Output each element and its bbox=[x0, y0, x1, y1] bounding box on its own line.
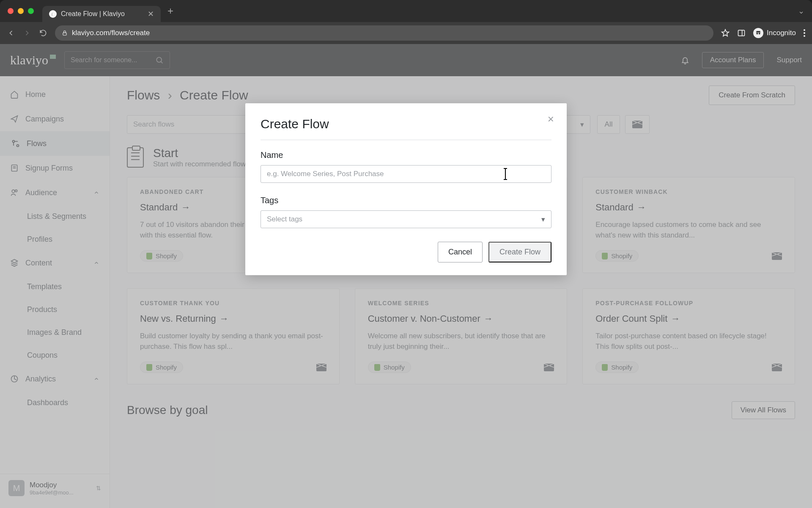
back-icon[interactable] bbox=[7, 29, 15, 37]
svg-point-4 bbox=[759, 33, 760, 34]
star-icon[interactable] bbox=[721, 29, 730, 37]
cancel-button[interactable]: Cancel bbox=[438, 242, 483, 262]
app-root: klaviyo Search for someone... Account Pl… bbox=[0, 44, 812, 508]
close-window-icon[interactable] bbox=[8, 8, 14, 14]
divider bbox=[261, 140, 551, 140]
flow-name-input[interactable] bbox=[261, 165, 551, 183]
create-flow-button[interactable]: Create Flow bbox=[488, 242, 551, 262]
address-bar: klaviyo.com/flows/create Incognito bbox=[0, 22, 812, 44]
panel-icon[interactable] bbox=[737, 29, 746, 37]
incognito-badge[interactable]: Incognito bbox=[753, 28, 796, 38]
tab-favicon-icon: ◐ bbox=[49, 10, 57, 18]
svg-point-3 bbox=[756, 33, 758, 34]
forward-icon[interactable] bbox=[23, 29, 31, 37]
traffic-lights bbox=[8, 8, 34, 14]
modal-title: Create Flow bbox=[261, 117, 551, 131]
maximize-window-icon[interactable] bbox=[28, 8, 34, 14]
reload-icon[interactable] bbox=[39, 29, 47, 37]
lock-icon bbox=[62, 30, 68, 36]
svg-rect-0 bbox=[63, 33, 66, 35]
minimize-window-icon[interactable] bbox=[18, 8, 24, 14]
browser-tab[interactable]: ◐ Create Flow | Klaviyo ✕ bbox=[42, 6, 161, 22]
incognito-label: Incognito bbox=[767, 29, 796, 37]
tab-title: Create Flow | Klaviyo bbox=[61, 10, 125, 18]
caret-down-icon: ▾ bbox=[541, 215, 545, 224]
url-input[interactable]: klaviyo.com/flows/create bbox=[55, 25, 713, 41]
url-text: klaviyo.com/flows/create bbox=[72, 29, 150, 37]
window-chrome: ◐ Create Flow | Klaviyo ✕ + ⌄ bbox=[0, 0, 812, 22]
tags-label: Tags bbox=[261, 196, 551, 205]
modal-overlay[interactable]: Create Flow × Name Tags Select tags ▾ Ca… bbox=[0, 44, 812, 508]
browser-menu-icon[interactable] bbox=[804, 29, 805, 37]
new-tab-button[interactable]: + bbox=[167, 5, 173, 17]
create-flow-modal: Create Flow × Name Tags Select tags ▾ Ca… bbox=[245, 103, 567, 275]
svg-rect-1 bbox=[738, 30, 745, 36]
name-label: Name bbox=[261, 150, 551, 160]
tags-select[interactable]: Select tags ▾ bbox=[261, 210, 551, 228]
incognito-icon bbox=[753, 28, 763, 38]
tab-close-icon[interactable]: ✕ bbox=[148, 9, 154, 19]
text-cursor-icon bbox=[505, 169, 506, 179]
tab-expand-icon[interactable]: ⌄ bbox=[798, 6, 804, 16]
modal-close-icon[interactable]: × bbox=[548, 113, 554, 126]
